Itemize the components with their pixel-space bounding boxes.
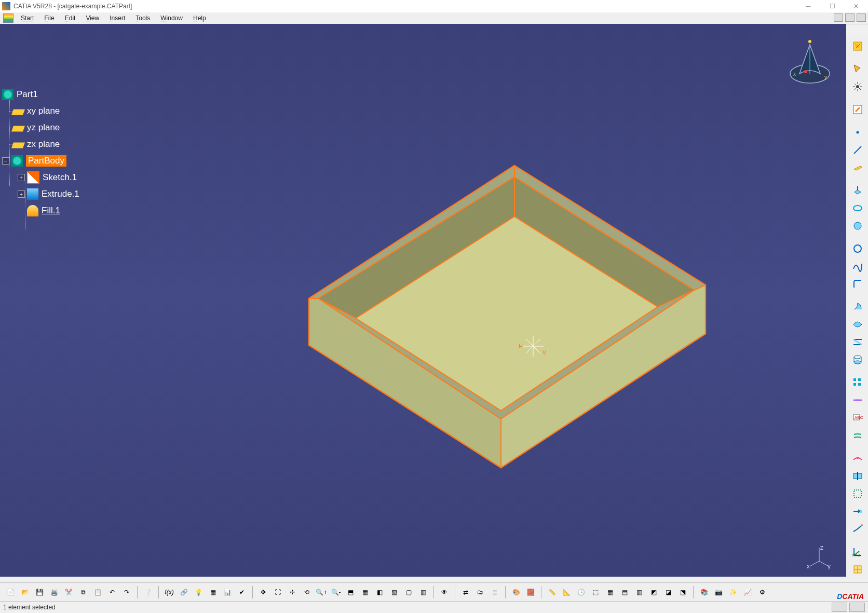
workbench-icon[interactable] bbox=[850, 38, 865, 54]
menu-edit[interactable]: Edit bbox=[60, 13, 81, 23]
apply-material-icon[interactable]: 🎨 bbox=[510, 586, 522, 598]
extrapolate-tool-icon[interactable] bbox=[850, 521, 865, 537]
iso-view-icon[interactable]: ◧ bbox=[373, 586, 386, 598]
zoom-out-icon[interactable]: 🔍- bbox=[330, 586, 342, 598]
capture-icon[interactable]: 📷 bbox=[712, 586, 725, 598]
snap-settings-icon[interactable] bbox=[850, 79, 865, 94]
expand-icon[interactable]: + bbox=[18, 190, 25, 198]
tree-root-part[interactable]: Part1 bbox=[2, 86, 79, 103]
swap-visible-icon[interactable]: ⇄ bbox=[459, 586, 472, 598]
plane-tool-icon[interactable] bbox=[850, 160, 865, 175]
blend-tool-icon[interactable] bbox=[850, 334, 865, 350]
print-icon[interactable]: 🖨️ bbox=[48, 586, 60, 598]
loft-tool-icon[interactable] bbox=[850, 352, 865, 367]
properties-icon[interactable]: 🗂 bbox=[474, 586, 486, 598]
tree-fill[interactable]: Fill.1 bbox=[27, 202, 79, 219]
tree-plane-yz[interactable]: yz plane bbox=[12, 119, 79, 136]
tree-plane-zx[interactable]: zx plane bbox=[12, 136, 79, 153]
feature-7-icon[interactable]: ⬔ bbox=[676, 586, 689, 598]
translate-tool-icon[interactable] bbox=[850, 503, 865, 519]
measure-link-icon[interactable]: 🔗 bbox=[178, 586, 190, 598]
point-tool-icon[interactable] bbox=[850, 125, 865, 140]
spline-tool-icon[interactable] bbox=[850, 258, 865, 274]
start-icon[interactable] bbox=[3, 13, 13, 23]
tree-partbody[interactable]: − PartBody bbox=[2, 153, 79, 169]
knowledge-icon[interactable]: 💡 bbox=[192, 586, 205, 598]
render-icon[interactable]: ✨ bbox=[727, 586, 739, 598]
offset-tool-icon[interactable] bbox=[850, 428, 865, 443]
status-indicator-1[interactable] bbox=[832, 603, 847, 612]
expand-icon[interactable]: + bbox=[18, 174, 25, 181]
sketch-tool-icon[interactable] bbox=[850, 102, 865, 117]
corner-tool-icon[interactable] bbox=[850, 276, 865, 292]
mdi-restore-icon[interactable] bbox=[845, 13, 855, 22]
material-library-icon[interactable]: 🧱 bbox=[524, 586, 537, 598]
menu-file[interactable]: File bbox=[39, 13, 59, 23]
measure-between-icon[interactable]: 📏 bbox=[546, 586, 558, 598]
center-graph-icon[interactable]: ✥ bbox=[257, 586, 269, 598]
menu-insert[interactable]: Insert bbox=[104, 13, 130, 23]
split-tool-icon[interactable] bbox=[850, 468, 865, 484]
feature-1-icon[interactable]: ⬚ bbox=[589, 586, 602, 598]
join-tool-icon[interactable] bbox=[850, 392, 865, 408]
revolve-tool-icon[interactable] bbox=[850, 200, 865, 216]
datum-mode-icon[interactable] bbox=[850, 562, 865, 577]
formula-icon[interactable]: f(x) bbox=[163, 586, 175, 598]
menu-start[interactable]: Start bbox=[16, 13, 39, 23]
measure-item-icon[interactable]: 📐 bbox=[560, 586, 573, 598]
hide-show-icon[interactable]: 👁 bbox=[438, 586, 451, 598]
maximize-button[interactable]: ☐ bbox=[820, 0, 844, 12]
model-geometry[interactable]: H V bbox=[138, 88, 709, 513]
boundary-tool-icon[interactable] bbox=[850, 486, 865, 501]
whatsthis-icon[interactable]: ❔ bbox=[142, 586, 154, 598]
hlr-icon[interactable]: ▥ bbox=[417, 586, 429, 598]
feature-2-icon[interactable]: ▦ bbox=[604, 586, 616, 598]
viewport-3d[interactable]: Part1 xy plane yz plane zx plane − PartB… bbox=[0, 24, 846, 577]
line-tool-icon[interactable] bbox=[850, 142, 865, 158]
tree-extrude[interactable]: + Extrude.1 bbox=[18, 186, 79, 202]
paste-icon[interactable]: 📋 bbox=[91, 586, 104, 598]
close-button[interactable]: ✕ bbox=[844, 0, 868, 12]
save-icon[interactable]: 💾 bbox=[33, 586, 46, 598]
extra-tool-icon[interactable]: ⚙ bbox=[756, 586, 768, 598]
fit-all-icon[interactable]: ⛶ bbox=[272, 586, 284, 598]
select-arrow-icon[interactable] bbox=[850, 61, 865, 77]
circle-tool-icon[interactable] bbox=[850, 241, 865, 256]
design-table-icon[interactable]: ▦ bbox=[207, 586, 219, 598]
sphere-tool-icon[interactable] bbox=[850, 218, 865, 234]
undo-icon[interactable]: ↶ bbox=[106, 586, 118, 598]
shading-icon[interactable]: ▧ bbox=[388, 586, 400, 598]
extrude-tool-icon[interactable] bbox=[850, 183, 865, 198]
new-icon[interactable]: 📄 bbox=[4, 586, 17, 598]
sweep-tool-icon[interactable] bbox=[850, 299, 865, 315]
wireframe-icon[interactable]: ▢ bbox=[402, 586, 415, 598]
clock-icon[interactable]: 🕒 bbox=[575, 586, 587, 598]
multi-view-icon[interactable]: ▦ bbox=[359, 586, 371, 598]
feature-6-icon[interactable]: ◪ bbox=[662, 586, 674, 598]
axis-system-icon[interactable]: XYZ bbox=[850, 544, 865, 560]
specification-tree[interactable]: Part1 xy plane yz plane zx plane − PartB… bbox=[2, 86, 79, 219]
copy-icon[interactable]: ⧉ bbox=[77, 586, 89, 598]
annotation-tool-icon[interactable]: ABC bbox=[850, 410, 865, 426]
healing-tool-icon[interactable] bbox=[850, 451, 865, 466]
law-icon[interactable]: 📊 bbox=[221, 586, 234, 598]
analysis-icon[interactable]: 📈 bbox=[741, 586, 754, 598]
redo-icon[interactable]: ↷ bbox=[120, 586, 133, 598]
menu-help[interactable]: Help bbox=[188, 13, 211, 23]
fill-tool-icon[interactable] bbox=[850, 317, 865, 332]
menu-tools[interactable]: Tools bbox=[130, 13, 155, 23]
feature-5-icon[interactable]: ◩ bbox=[647, 586, 660, 598]
rotate-icon[interactable]: ⟲ bbox=[301, 586, 313, 598]
mdi-minimize-icon[interactable] bbox=[834, 13, 843, 22]
pattern-tool-icon[interactable] bbox=[850, 375, 865, 390]
minimize-button[interactable]: ─ bbox=[796, 0, 820, 12]
mdi-close-icon[interactable] bbox=[857, 13, 866, 22]
compass-gizmo[interactable]: x y bbox=[784, 36, 836, 88]
catalog-icon[interactable]: 📚 bbox=[698, 586, 710, 598]
feature-4-icon[interactable]: ▥ bbox=[633, 586, 645, 598]
normal-view-icon[interactable]: ⬒ bbox=[344, 586, 357, 598]
layers-icon[interactable]: ≣ bbox=[489, 586, 501, 598]
feature-3-icon[interactable]: ▤ bbox=[618, 586, 631, 598]
status-indicator-2[interactable] bbox=[849, 603, 865, 612]
collapse-icon[interactable]: − bbox=[2, 157, 9, 165]
